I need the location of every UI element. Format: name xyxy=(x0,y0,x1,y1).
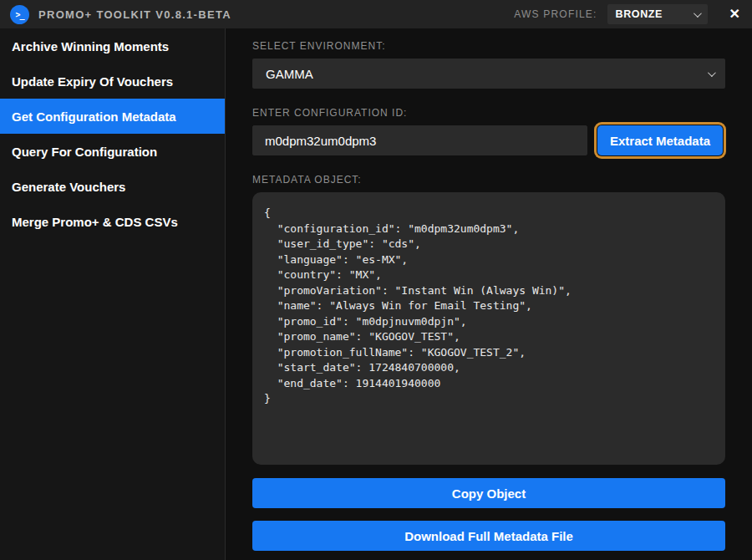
sidebar-item-query-for-configuration[interactable]: Query For Configuration xyxy=(0,134,225,169)
download-full-metadata-file-button[interactable]: Download Full Metadata File xyxy=(252,521,725,551)
environment-label: SELECT ENVIRONMENT: xyxy=(252,40,725,52)
terminal-icon: >_ xyxy=(10,5,29,24)
sidebar-item-update-expiry-of-vouchers[interactable]: Update Expiry Of Vouchers xyxy=(0,64,225,99)
aws-profile-label: AWS PROFILE: xyxy=(514,8,597,20)
copy-object-button[interactable]: Copy Object xyxy=(252,478,725,508)
environment-value: GAMMA xyxy=(266,67,708,81)
environment-select[interactable]: GAMMA xyxy=(252,59,725,89)
sidebar-item-generate-vouchers[interactable]: Generate Vouchers xyxy=(0,169,225,204)
metadata-object-label: METADATA OBJECT: xyxy=(252,174,725,186)
sidebar-item-archive-winning-moments[interactable]: Archive Winning Moments xyxy=(0,28,225,64)
sidebar-item-merge-promo-cds-csvs[interactable]: Merge Promo+ & CDS CSVs xyxy=(0,204,225,239)
chevron-down-icon xyxy=(708,69,716,77)
aws-profile-value: BRONZE xyxy=(616,8,694,20)
sidebar: Archive Winning Moments Update Expiry Of… xyxy=(0,28,226,560)
extract-metadata-button[interactable]: Extract Metadata xyxy=(597,125,723,155)
app-title: PROMO+ TOOLKIT V0.8.1-BETA xyxy=(38,8,231,21)
aws-profile-select[interactable]: BRONZE xyxy=(607,4,708,24)
close-button[interactable]: ✕ xyxy=(729,8,740,21)
metadata-object-box[interactable]: { "configuration_id": "m0dpm32um0dpm3", … xyxy=(252,192,725,465)
configuration-id-label: ENTER CONFIGURATION ID: xyxy=(252,107,725,119)
metadata-json-text: { "configuration_id": "m0dpm32um0dpm3", … xyxy=(264,206,714,407)
chevron-down-icon xyxy=(694,9,702,18)
sidebar-item-get-configuration-metadata[interactable]: Get Configuration Metadata xyxy=(0,99,225,134)
main-panel: SELECT ENVIRONMENT: GAMMA ENTER CONFIGUR… xyxy=(226,28,752,560)
titlebar: >_ PROMO+ TOOLKIT V0.8.1-BETA AWS PROFIL… xyxy=(0,0,752,28)
configuration-id-input[interactable] xyxy=(252,125,587,155)
